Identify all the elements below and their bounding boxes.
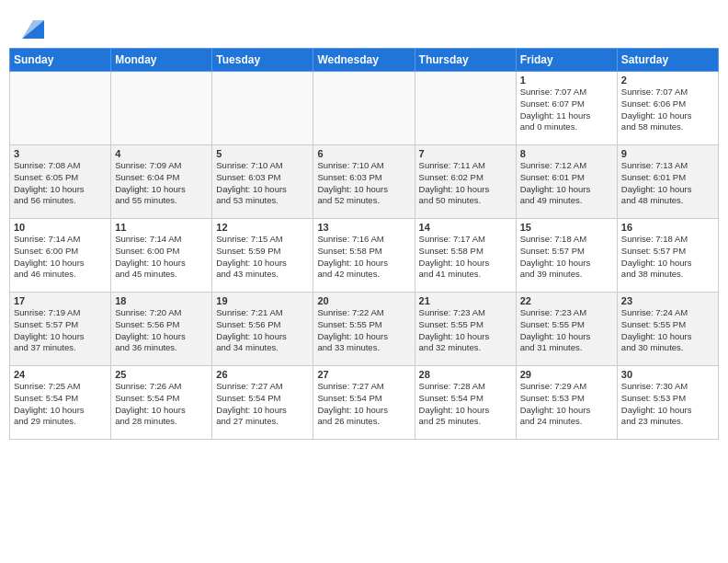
calendar-cell: 21Sunrise: 7:23 AM Sunset: 5:55 PM Dayli… <box>415 293 516 366</box>
calendar-cell: 24Sunrise: 7:25 AM Sunset: 5:54 PM Dayli… <box>10 366 111 440</box>
page-header <box>9 9 719 42</box>
calendar-cell <box>10 72 111 145</box>
calendar-cell: 23Sunrise: 7:24 AM Sunset: 5:55 PM Dayli… <box>617 293 718 366</box>
calendar-cell: 2Sunrise: 7:07 AM Sunset: 6:06 PM Daylig… <box>617 72 718 145</box>
calendar-week-2: 3Sunrise: 7:08 AM Sunset: 6:05 PM Daylig… <box>10 145 719 219</box>
day-info: Sunrise: 7:24 AM Sunset: 5:55 PM Dayligh… <box>621 307 714 354</box>
calendar-cell: 17Sunrise: 7:19 AM Sunset: 5:57 PM Dayli… <box>10 293 111 366</box>
day-number: 20 <box>317 295 410 306</box>
calendar-cell: 30Sunrise: 7:30 AM Sunset: 5:53 PM Dayli… <box>617 366 718 440</box>
calendar-cell <box>212 72 313 145</box>
weekday-header-wednesday: Wednesday <box>313 49 415 72</box>
day-number: 8 <box>520 148 613 159</box>
calendar-cell <box>313 72 415 145</box>
day-number: 26 <box>216 369 309 380</box>
calendar-cell <box>415 72 516 145</box>
day-info: Sunrise: 7:18 AM Sunset: 5:57 PM Dayligh… <box>520 234 613 281</box>
calendar-cell: 28Sunrise: 7:28 AM Sunset: 5:54 PM Dayli… <box>415 366 516 440</box>
day-info: Sunrise: 7:23 AM Sunset: 5:55 PM Dayligh… <box>520 307 613 354</box>
calendar-week-1: 1Sunrise: 7:07 AM Sunset: 6:07 PM Daylig… <box>10 72 719 145</box>
day-info: Sunrise: 7:12 AM Sunset: 6:01 PM Dayligh… <box>520 160 613 207</box>
day-info: Sunrise: 7:30 AM Sunset: 5:53 PM Dayligh… <box>621 381 714 428</box>
day-info: Sunrise: 7:27 AM Sunset: 5:54 PM Dayligh… <box>317 381 410 428</box>
day-number: 2 <box>621 75 714 86</box>
calendar-cell: 13Sunrise: 7:16 AM Sunset: 5:58 PM Dayli… <box>313 219 415 293</box>
weekday-header-saturday: Saturday <box>617 49 718 72</box>
day-number: 13 <box>317 222 410 233</box>
day-info: Sunrise: 7:18 AM Sunset: 5:57 PM Dayligh… <box>621 234 714 281</box>
day-number: 11 <box>115 222 208 233</box>
calendar-cell: 25Sunrise: 7:26 AM Sunset: 5:54 PM Dayli… <box>111 366 212 440</box>
calendar-cell: 14Sunrise: 7:17 AM Sunset: 5:58 PM Dayli… <box>415 219 516 293</box>
weekday-header-sunday: Sunday <box>10 49 111 72</box>
day-number: 27 <box>317 369 410 380</box>
day-info: Sunrise: 7:10 AM Sunset: 6:03 PM Dayligh… <box>317 160 410 207</box>
weekday-header-thursday: Thursday <box>415 49 516 72</box>
weekday-header-friday: Friday <box>516 49 617 72</box>
day-info: Sunrise: 7:08 AM Sunset: 6:05 PM Dayligh… <box>14 160 107 207</box>
day-info: Sunrise: 7:09 AM Sunset: 6:04 PM Dayligh… <box>115 160 208 207</box>
day-info: Sunrise: 7:10 AM Sunset: 6:03 PM Dayligh… <box>216 160 309 207</box>
calendar-cell: 12Sunrise: 7:15 AM Sunset: 5:59 PM Dayli… <box>212 219 313 293</box>
day-info: Sunrise: 7:16 AM Sunset: 5:58 PM Dayligh… <box>317 234 410 281</box>
day-number: 21 <box>419 295 512 306</box>
day-number: 3 <box>14 148 107 159</box>
calendar-week-5: 24Sunrise: 7:25 AM Sunset: 5:54 PM Dayli… <box>10 366 719 440</box>
logo <box>13 13 44 42</box>
calendar-cell: 4Sunrise: 7:09 AM Sunset: 6:04 PM Daylig… <box>111 145 212 219</box>
calendar-cell: 7Sunrise: 7:11 AM Sunset: 6:02 PM Daylig… <box>415 145 516 219</box>
calendar-cell: 6Sunrise: 7:10 AM Sunset: 6:03 PM Daylig… <box>313 145 415 219</box>
calendar-cell: 1Sunrise: 7:07 AM Sunset: 6:07 PM Daylig… <box>516 72 617 145</box>
day-number: 10 <box>14 222 107 233</box>
day-number: 12 <box>216 222 309 233</box>
day-info: Sunrise: 7:14 AM Sunset: 6:00 PM Dayligh… <box>115 234 208 281</box>
calendar-body: 1Sunrise: 7:07 AM Sunset: 6:07 PM Daylig… <box>10 72 719 440</box>
day-number: 23 <box>621 295 714 306</box>
weekday-header-tuesday: Tuesday <box>212 49 313 72</box>
calendar-cell: 11Sunrise: 7:14 AM Sunset: 6:00 PM Dayli… <box>111 219 212 293</box>
day-info: Sunrise: 7:22 AM Sunset: 5:55 PM Dayligh… <box>317 307 410 354</box>
calendar-table: SundayMondayTuesdayWednesdayThursdayFrid… <box>9 48 719 440</box>
calendar-cell: 16Sunrise: 7:18 AM Sunset: 5:57 PM Dayli… <box>617 219 718 293</box>
day-number: 24 <box>14 369 107 380</box>
day-number: 18 <box>115 295 208 306</box>
calendar-cell: 20Sunrise: 7:22 AM Sunset: 5:55 PM Dayli… <box>313 293 415 366</box>
calendar-cell: 8Sunrise: 7:12 AM Sunset: 6:01 PM Daylig… <box>516 145 617 219</box>
day-info: Sunrise: 7:20 AM Sunset: 5:56 PM Dayligh… <box>115 307 208 354</box>
day-info: Sunrise: 7:11 AM Sunset: 6:02 PM Dayligh… <box>419 160 512 207</box>
day-number: 28 <box>419 369 512 380</box>
day-number: 16 <box>621 222 714 233</box>
day-info: Sunrise: 7:13 AM Sunset: 6:01 PM Dayligh… <box>621 160 714 207</box>
calendar-header: SundayMondayTuesdayWednesdayThursdayFrid… <box>10 49 719 72</box>
calendar-cell: 18Sunrise: 7:20 AM Sunset: 5:56 PM Dayli… <box>111 293 212 366</box>
calendar-week-3: 10Sunrise: 7:14 AM Sunset: 6:00 PM Dayli… <box>10 219 719 293</box>
day-number: 17 <box>14 295 107 306</box>
calendar-cell: 19Sunrise: 7:21 AM Sunset: 5:56 PM Dayli… <box>212 293 313 366</box>
calendar-cell: 15Sunrise: 7:18 AM Sunset: 5:57 PM Dayli… <box>516 219 617 293</box>
calendar-cell <box>111 72 212 145</box>
day-info: Sunrise: 7:26 AM Sunset: 5:54 PM Dayligh… <box>115 381 208 428</box>
day-number: 30 <box>621 369 714 380</box>
calendar-cell: 27Sunrise: 7:27 AM Sunset: 5:54 PM Dayli… <box>313 366 415 440</box>
day-info: Sunrise: 7:28 AM Sunset: 5:54 PM Dayligh… <box>419 381 512 428</box>
day-number: 29 <box>520 369 613 380</box>
day-info: Sunrise: 7:21 AM Sunset: 5:56 PM Dayligh… <box>216 307 309 354</box>
day-info: Sunrise: 7:17 AM Sunset: 5:58 PM Dayligh… <box>419 234 512 281</box>
calendar-cell: 22Sunrise: 7:23 AM Sunset: 5:55 PM Dayli… <box>516 293 617 366</box>
day-number: 5 <box>216 148 309 159</box>
day-info: Sunrise: 7:23 AM Sunset: 5:55 PM Dayligh… <box>419 307 512 354</box>
day-number: 19 <box>216 295 309 306</box>
logo-icon <box>15 13 44 42</box>
day-info: Sunrise: 7:07 AM Sunset: 6:07 PM Dayligh… <box>520 86 613 133</box>
weekday-header-monday: Monday <box>111 49 212 72</box>
calendar-cell: 29Sunrise: 7:29 AM Sunset: 5:53 PM Dayli… <box>516 366 617 440</box>
calendar-cell: 3Sunrise: 7:08 AM Sunset: 6:05 PM Daylig… <box>10 145 111 219</box>
day-info: Sunrise: 7:27 AM Sunset: 5:54 PM Dayligh… <box>216 381 309 428</box>
day-number: 25 <box>115 369 208 380</box>
day-info: Sunrise: 7:19 AM Sunset: 5:57 PM Dayligh… <box>14 307 107 354</box>
day-number: 1 <box>520 75 613 86</box>
day-info: Sunrise: 7:29 AM Sunset: 5:53 PM Dayligh… <box>520 381 613 428</box>
day-info: Sunrise: 7:15 AM Sunset: 5:59 PM Dayligh… <box>216 234 309 281</box>
day-number: 4 <box>115 148 208 159</box>
day-info: Sunrise: 7:25 AM Sunset: 5:54 PM Dayligh… <box>14 381 107 428</box>
